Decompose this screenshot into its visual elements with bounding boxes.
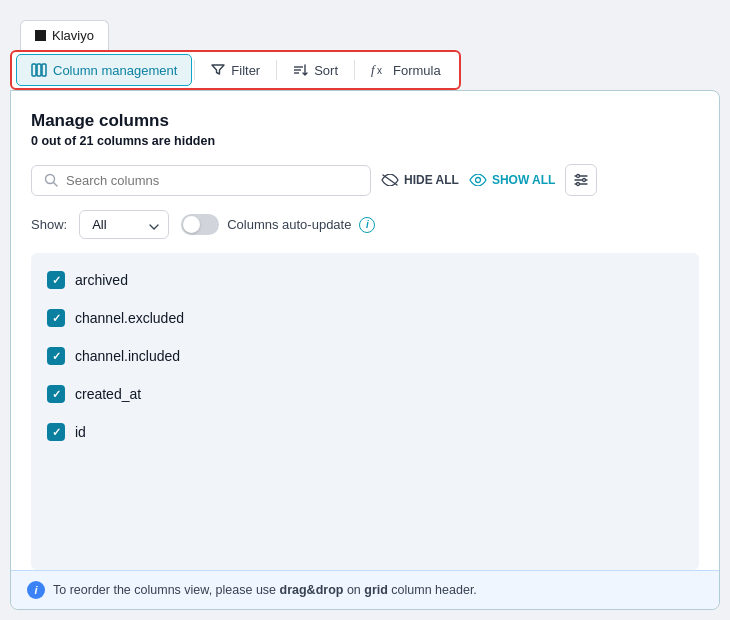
- filter-icon: [211, 63, 225, 77]
- checkbox-channel-excluded[interactable]: ✓: [47, 309, 65, 327]
- formula-icon: f x: [371, 63, 387, 77]
- panel-subtitle: 0 out of 21 columns are hidden: [31, 134, 699, 148]
- svg-rect-2: [42, 64, 46, 76]
- hidden-count: 0 out of: [31, 134, 80, 148]
- column-name-id: id: [75, 424, 86, 440]
- footer-info-icon: i: [27, 581, 45, 599]
- total-columns: 21: [80, 134, 94, 148]
- column-name-channel-included: channel.included: [75, 348, 180, 364]
- sliders-icon: [574, 173, 588, 187]
- footer-text: To reorder the columns view, please use …: [53, 583, 477, 597]
- column-name-created-at: created_at: [75, 386, 141, 402]
- search-row: HIDE ALL SHOW ALL: [31, 164, 699, 196]
- separator: [194, 60, 195, 80]
- svg-point-17: [577, 183, 580, 186]
- checkbox-archived[interactable]: ✓: [47, 271, 65, 289]
- hide-icon: [381, 174, 399, 186]
- auto-update-toggle[interactable]: [181, 214, 219, 235]
- hide-all-button[interactable]: HIDE ALL: [381, 173, 459, 187]
- show-icon: [469, 174, 487, 186]
- hide-all-label: HIDE ALL: [404, 173, 459, 187]
- sort-button[interactable]: Sort: [279, 56, 352, 85]
- klaviyo-tab-icon: [35, 30, 46, 41]
- toggle-knob: [183, 216, 200, 233]
- check-icon: ✓: [52, 312, 61, 325]
- panel-title: Manage columns: [31, 111, 699, 131]
- show-all-button[interactable]: SHOW ALL: [469, 173, 556, 187]
- column-item-created-at[interactable]: ✓ created_at: [31, 375, 699, 413]
- svg-point-11: [475, 178, 480, 183]
- checkbox-created-at[interactable]: ✓: [47, 385, 65, 403]
- formula-button[interactable]: f x Formula: [357, 56, 455, 85]
- columns-icon: [31, 62, 47, 78]
- separator2: [276, 60, 277, 80]
- column-item-id[interactable]: ✓ id: [31, 413, 699, 451]
- show-select-wrapper: All Visible Hidden: [79, 210, 169, 239]
- column-item-channel-excluded[interactable]: ✓ channel.excluded: [31, 299, 699, 337]
- search-input[interactable]: [66, 173, 358, 188]
- column-item-archived[interactable]: ✓ archived: [31, 261, 699, 299]
- column-name-archived: archived: [75, 272, 128, 288]
- svg-point-15: [577, 175, 580, 178]
- check-icon: ✓: [52, 274, 61, 287]
- klaviyo-tab-label: Klaviyo: [52, 28, 94, 43]
- svg-text:x: x: [377, 65, 382, 76]
- sort-icon: [293, 63, 308, 77]
- show-label: Show:: [31, 217, 67, 232]
- toggle-wrapper: Columns auto-update i: [181, 214, 375, 235]
- check-icon: ✓: [52, 388, 61, 401]
- auto-update-label: Columns auto-update: [227, 217, 351, 232]
- toolbar: Column management Filter Sort: [10, 50, 461, 90]
- checkbox-channel-included[interactable]: ✓: [47, 347, 65, 365]
- show-row: Show: All Visible Hidden Columns auto-up: [31, 210, 699, 239]
- check-icon: ✓: [52, 350, 61, 363]
- tab-bar: Klaviyo: [10, 20, 720, 50]
- outer-container: Klaviyo Column management Filter: [0, 0, 730, 620]
- main-panel: Manage columns 0 out of 21 columns are h…: [10, 90, 720, 610]
- separator3: [354, 60, 355, 80]
- svg-point-16: [583, 179, 586, 182]
- klaviyo-tab[interactable]: Klaviyo: [20, 20, 109, 50]
- show-select[interactable]: All Visible Hidden: [79, 210, 169, 239]
- svg-rect-0: [32, 64, 36, 76]
- footer-bar: i To reorder the columns view, please us…: [11, 570, 719, 609]
- show-all-label: SHOW ALL: [492, 173, 556, 187]
- column-name-channel-excluded: channel.excluded: [75, 310, 184, 326]
- search-input-wrapper[interactable]: [31, 165, 371, 196]
- subtitle-suffix: columns are hidden: [94, 134, 216, 148]
- column-management-button[interactable]: Column management: [16, 54, 192, 86]
- column-item-channel-included[interactable]: ✓ channel.included: [31, 337, 699, 375]
- info-icon[interactable]: i: [359, 217, 375, 233]
- checkbox-id[interactable]: ✓: [47, 423, 65, 441]
- svg-rect-1: [37, 64, 41, 76]
- check-icon: ✓: [52, 426, 61, 439]
- search-icon: [44, 173, 58, 187]
- svg-line-9: [54, 183, 58, 187]
- column-list: ✓ archived ✓ channel.excluded ✓ channel.…: [31, 253, 699, 570]
- filter-button[interactable]: Filter: [197, 56, 274, 85]
- columns-filter-button[interactable]: [565, 164, 597, 196]
